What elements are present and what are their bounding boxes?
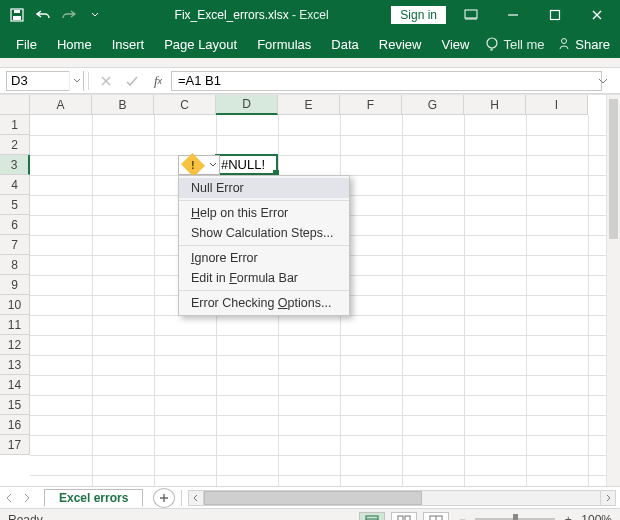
column-header[interactable]: G: [402, 95, 464, 115]
close-icon[interactable]: [580, 0, 614, 30]
redo-icon[interactable]: [58, 4, 80, 26]
sheet-tab-active[interactable]: Excel errors: [44, 489, 143, 507]
sheet-nav-prev-icon[interactable]: [0, 488, 18, 508]
save-icon[interactable]: [6, 4, 28, 26]
row-header[interactable]: 15: [0, 395, 30, 415]
svg-point-5: [562, 39, 567, 44]
view-page-layout-icon[interactable]: [391, 512, 417, 521]
tab-formulas[interactable]: Formulas: [247, 30, 321, 58]
column-header[interactable]: D: [216, 95, 278, 115]
tab-home[interactable]: Home: [47, 30, 102, 58]
row-header[interactable]: 5: [0, 195, 30, 215]
tab-review[interactable]: Review: [369, 30, 432, 58]
tell-me-button[interactable]: Tell me: [485, 37, 544, 52]
active-cell[interactable]: #NULL!: [215, 154, 278, 175]
row-header[interactable]: 13: [0, 355, 30, 375]
warning-icon: !: [181, 153, 205, 177]
row-header[interactable]: 9: [0, 275, 30, 295]
sheet-nav-next-icon[interactable]: [18, 488, 36, 508]
cancel-formula-icon[interactable]: [93, 71, 119, 91]
row-header[interactable]: 7: [0, 235, 30, 255]
maximize-icon[interactable]: [538, 0, 572, 30]
menu-item-help-on-this-error[interactable]: Help on this Error: [179, 203, 349, 223]
tell-me-label: Tell me: [503, 37, 544, 52]
expand-formula-bar-icon[interactable]: [590, 71, 616, 91]
svg-rect-1: [13, 16, 21, 20]
svg-rect-2: [14, 10, 20, 13]
tab-file[interactable]: File: [6, 30, 47, 58]
svg-rect-3: [465, 10, 477, 18]
name-box-dropdown-icon[interactable]: [69, 71, 83, 91]
error-tag-dropdown-icon[interactable]: [207, 161, 219, 169]
view-normal-icon[interactable]: [359, 512, 385, 521]
select-all-corner[interactable]: [0, 95, 30, 115]
row-header[interactable]: 14: [0, 375, 30, 395]
hscroll-left-icon[interactable]: [188, 490, 204, 506]
error-context-menu: Null Error Help on this Error Show Calcu…: [178, 175, 350, 316]
column-header[interactable]: C: [154, 95, 216, 115]
new-sheet-button[interactable]: [153, 488, 175, 508]
row-header[interactable]: 1: [0, 115, 30, 135]
title-bar-text: Fix_Excel_errors.xlsx - Excel: [112, 8, 391, 22]
error-smart-tag[interactable]: !: [178, 155, 220, 175]
menu-item-error-checking-options[interactable]: Error Checking Options...: [179, 293, 349, 313]
zoom-out-button[interactable]: −: [455, 513, 469, 521]
menu-item-ignore-error[interactable]: Ignore Error: [179, 248, 349, 268]
svg-rect-9: [398, 516, 403, 521]
menu-item-null-error[interactable]: Null Error: [179, 178, 349, 198]
tab-insert[interactable]: Insert: [102, 30, 155, 58]
horizontal-scrollbar[interactable]: [188, 490, 616, 506]
row-header[interactable]: 11: [0, 315, 30, 335]
row-header[interactable]: 3: [0, 155, 30, 175]
row-header[interactable]: 16: [0, 415, 30, 435]
app-name: Excel: [299, 8, 328, 22]
undo-icon[interactable]: [32, 4, 54, 26]
tab-page-layout[interactable]: Page Layout: [154, 30, 247, 58]
tab-data[interactable]: Data: [321, 30, 368, 58]
tab-view[interactable]: View: [431, 30, 479, 58]
row-header[interactable]: 4: [0, 175, 30, 195]
status-mode: Ready: [8, 513, 43, 521]
row-header[interactable]: 2: [0, 135, 30, 155]
name-box-input[interactable]: [7, 73, 69, 88]
vertical-scrollbar[interactable]: [606, 95, 620, 486]
column-header[interactable]: H: [464, 95, 526, 115]
qat-customize-icon[interactable]: [84, 4, 106, 26]
row-header[interactable]: 10: [0, 295, 30, 315]
view-page-break-icon[interactable]: [423, 512, 449, 521]
column-header[interactable]: I: [526, 95, 588, 115]
row-header[interactable]: 8: [0, 255, 30, 275]
insert-function-icon[interactable]: fx: [145, 71, 171, 91]
document-name: Fix_Excel_errors.xlsx: [175, 8, 289, 22]
row-header[interactable]: 6: [0, 215, 30, 235]
menu-item-show-calculation-steps[interactable]: Show Calculation Steps...: [179, 223, 349, 243]
svg-rect-10: [405, 516, 410, 521]
minimize-icon[interactable]: [496, 0, 530, 30]
column-header[interactable]: A: [30, 95, 92, 115]
enter-formula-icon[interactable]: [119, 71, 145, 91]
column-header[interactable]: E: [278, 95, 340, 115]
active-cell-value: #NULL!: [221, 157, 265, 172]
svg-rect-6: [366, 516, 378, 521]
hscroll-right-icon[interactable]: [600, 490, 616, 506]
sign-in-button[interactable]: Sign in: [391, 6, 446, 24]
zoom-level: 100%: [581, 513, 612, 521]
share-label: Share: [575, 37, 610, 52]
zoom-in-button[interactable]: +: [561, 513, 575, 521]
row-header[interactable]: 12: [0, 335, 30, 355]
column-header[interactable]: B: [92, 95, 154, 115]
ribbon-display-options-icon[interactable]: [454, 0, 488, 30]
formula-bar-input[interactable]: [171, 71, 602, 91]
row-header[interactable]: 17: [0, 435, 30, 455]
svg-rect-4: [551, 11, 560, 20]
menu-item-edit-in-formula-bar[interactable]: Edit in Formula Bar: [179, 268, 349, 288]
column-header[interactable]: F: [340, 95, 402, 115]
share-button[interactable]: Share: [557, 37, 614, 52]
